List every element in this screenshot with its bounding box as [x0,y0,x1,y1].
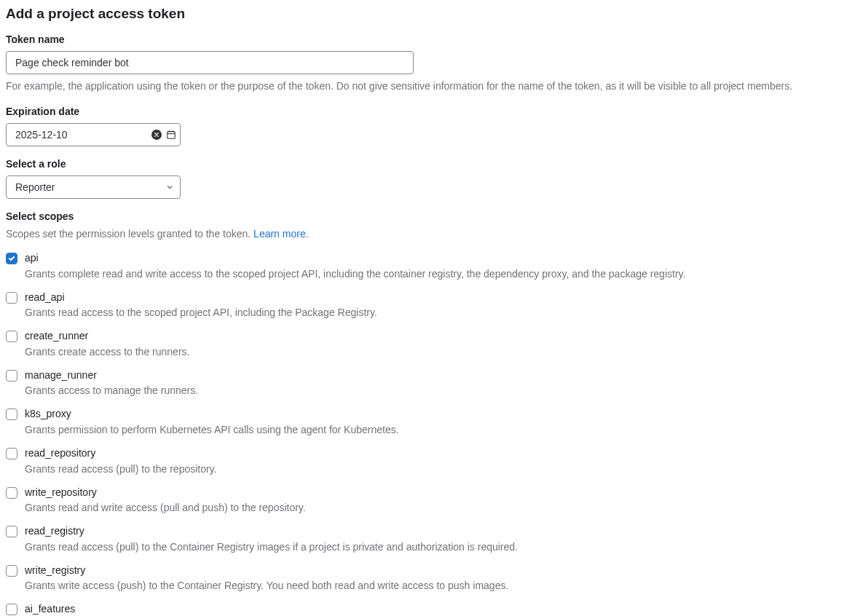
scope-content: ai_featuresGrants access to GitLab Duo r… [25,602,849,616]
scope-desc: Grants read and write access (pull and p… [25,500,849,516]
scope-desc: Grants write access (push) to the Contai… [25,578,849,593]
scope-checkbox-write_repository[interactable] [6,487,17,499]
scope-item-write_repository: write_repositoryGrants read and write ac… [6,483,849,519]
expiration-input-wrapper [6,123,181,146]
scope-desc: Grants complete read and write access to… [25,266,849,282]
scope-checkbox-read_repository[interactable] [6,448,17,459]
scope-item-write_registry: write_registryGrants write access (push)… [6,561,849,597]
scopes-label: Select scopes [6,210,849,222]
scope-name-label: read_repository [25,446,849,461]
scope-name-label: read_registry [25,524,849,539]
expiration-label: Expiration date [6,106,849,117]
scope-checkbox-ai_features[interactable] [6,604,17,615]
clear-date-icon[interactable] [151,130,162,140]
scope-item-ai_features: ai_featuresGrants access to GitLab Duo r… [6,599,849,616]
page-title: Add a project access token [6,6,849,22]
scope-desc: Grants permission to perform Kubernetes … [25,422,849,438]
scope-checkbox-read_api[interactable] [6,292,17,304]
scope-content: read_repositoryGrants read access (pull)… [25,446,849,477]
scope-content: k8s_proxyGrants permission to perform Ku… [25,407,849,438]
scope-name-label: manage_runner [25,368,849,383]
svg-rect-1 [168,132,176,139]
role-select[interactable]: Reporter [6,175,181,199]
scope-name-label: create_runner [25,329,849,344]
scope-name-label: write_registry [25,564,849,578]
scope-checkbox-api[interactable] [6,253,17,264]
token-name-help: For example, the application using the t… [6,79,849,94]
scope-item-k8s_proxy: k8s_proxyGrants permission to perform Ku… [6,404,849,441]
scope-name-label: ai_features [25,602,849,616]
scope-name-label: read_api [25,291,849,305]
scope-desc: Grants create access to the runners. [25,344,849,360]
role-group: Select a role Reporter [6,158,849,199]
scope-checkbox-manage_runner[interactable] [6,370,17,382]
scope-checkbox-write_registry[interactable] [6,565,17,577]
scope-name-label: k8s_proxy [25,407,849,422]
scope-item-create_runner: create_runnerGrants create access to the… [6,326,849,363]
scope-desc: Grants read access (pull) to the reposit… [25,462,849,477]
scopes-header: Select scopes Scopes set the permission … [6,210,849,240]
scope-item-read_repository: read_repositoryGrants read access (pull)… [6,443,849,480]
scope-name-label: api [25,251,849,266]
scope-content: apiGrants complete read and write access… [25,251,849,282]
scope-checkbox-k8s_proxy[interactable] [6,408,17,420]
scope-content: write_repositoryGrants read and write ac… [25,486,849,516]
scope-desc: Grants access to manage the runners. [25,383,849,398]
scope-item-read_api: read_apiGrants read access to the scoped… [6,288,849,324]
token-name-group: Token name For example, the application … [6,33,849,94]
scope-list: apiGrants complete read and write access… [6,248,849,616]
scope-item-manage_runner: manage_runnerGrants access to manage the… [6,366,849,402]
scope-item-api: apiGrants complete read and write access… [6,248,849,285]
scope-content: create_runnerGrants create access to the… [25,329,849,360]
learn-more-link[interactable]: Learn more. [253,228,308,240]
token-name-label: Token name [6,33,849,45]
scope-item-read_registry: read_registryGrants read access (pull) t… [6,521,849,558]
scope-content: read_registryGrants read access (pull) t… [25,524,849,555]
scopes-help: Scopes set the permission levels granted… [6,228,849,240]
scope-desc: Grants read access (pull) to the Contain… [25,540,849,555]
scope-content: write_registryGrants write access (push)… [25,564,849,594]
scope-checkbox-read_registry[interactable] [6,526,17,537]
token-name-input[interactable] [6,51,414,74]
scope-content: read_apiGrants read access to the scoped… [25,291,849,321]
role-label: Select a role [6,158,849,170]
scope-checkbox-create_runner[interactable] [6,331,17,342]
calendar-icon[interactable] [166,130,176,140]
expiration-group: Expiration date [6,106,849,146]
scope-name-label: write_repository [25,486,849,500]
scope-content: manage_runnerGrants access to manage the… [25,368,849,399]
scope-desc: Grants read access to the scoped project… [25,305,849,320]
expiration-input[interactable] [7,125,151,145]
